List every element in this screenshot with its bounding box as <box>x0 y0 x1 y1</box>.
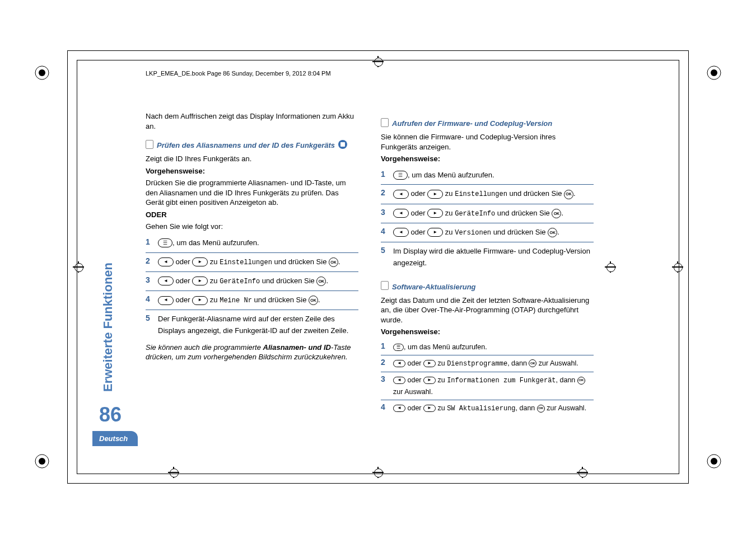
registration-mark <box>706 453 722 470</box>
section-subtext: Zeigt das Datum und die Zeit der letzten… <box>381 296 594 325</box>
left-arrow-icon <box>393 360 405 367</box>
step-number: 3 <box>381 208 388 217</box>
step-number: 2 <box>381 358 388 367</box>
info-badge-icon <box>338 140 347 149</box>
step-number: 1 <box>381 341 388 350</box>
or-label: ODER <box>146 210 358 220</box>
menu-button-icon: ☰ <box>158 238 172 247</box>
step-number: 5 <box>146 313 152 322</box>
left-arrow-icon <box>393 190 409 199</box>
ok-button-icon: OK <box>552 209 561 218</box>
section-subtext: Zeigt die ID Ihres Funkgeräts an. <box>146 154 358 164</box>
procedure-label: Vorgehensweise: <box>146 166 358 176</box>
svg-point-7 <box>711 458 717 465</box>
section-heading: Software-Aktualisierung <box>392 283 476 291</box>
procedure-alt: Gehen Sie wie folgt vor: <box>146 222 358 232</box>
ok-button-icon: OK <box>529 359 536 367</box>
registration-mark <box>34 453 50 470</box>
procedure-text: Drücken Sie die programmierte Aliasnamen… <box>146 178 358 208</box>
step-item: 1 ☰, um das Menü aufzurufen. <box>381 339 594 355</box>
right-arrow-icon <box>192 277 208 285</box>
section-subtext: Sie können die Firmware- und Codeplug-Ve… <box>381 132 594 152</box>
right-arrow-icon <box>423 360 436 367</box>
svg-rect-8 <box>340 142 345 147</box>
ok-button-icon: OK <box>577 377 585 385</box>
step-item: 3 oder zu GeräteInfo und drücken Sie OK. <box>381 204 594 223</box>
ok-button-icon: OK <box>309 296 318 305</box>
left-arrow-icon <box>158 296 174 305</box>
svg-point-5 <box>39 458 45 465</box>
ok-button-icon: OK <box>548 228 557 237</box>
left-arrow-icon <box>158 277 174 285</box>
procedure-label: Vorgehensweise: <box>381 154 594 164</box>
step-number: 4 <box>381 227 388 236</box>
section-heading: Prüfen des Aliasnamens und der ID des Fu… <box>157 141 335 149</box>
step-number: 2 <box>381 188 388 197</box>
step-item: 2 oder zu Dienstprogramme, dann OK zur A… <box>381 355 594 372</box>
step-item: 3 oder zu Informationen zum Funkgerät, d… <box>381 372 594 400</box>
svg-point-1 <box>39 69 45 76</box>
right-column: Aufrufen der Firmware- und Codeplug-Vers… <box>381 109 594 419</box>
note-text: Sie können auch die programmierte Aliasn… <box>146 343 358 362</box>
ok-button-icon: OK <box>537 405 545 413</box>
ok-button-icon: OK <box>316 277 326 286</box>
right-arrow-icon <box>427 190 443 199</box>
doc-icon <box>146 140 153 149</box>
menu-button-icon: ☰ <box>393 171 408 180</box>
left-arrow-icon <box>393 209 409 218</box>
step-item: 2 oder zu Einstellungen und drücken Sie … <box>381 185 594 204</box>
step-number: 1 <box>146 237 152 246</box>
step-item: 5 Der Funkgerät-Aliasname wird auf der e… <box>146 310 358 340</box>
registration-mark <box>706 64 722 81</box>
steps-list: 1 ☰, um das Menü aufzurufen. 2 oder zu E… <box>146 234 358 340</box>
page-number: 86 <box>99 403 122 427</box>
step-number: 3 <box>146 275 152 284</box>
step-number: 4 <box>381 402 388 411</box>
left-arrow-icon <box>393 228 409 237</box>
right-arrow-icon <box>423 405 436 412</box>
ok-button-icon: OK <box>329 257 338 267</box>
right-arrow-icon <box>427 228 443 237</box>
registration-mark <box>34 64 50 81</box>
step-item: 4 oder zu SW Aktualisierung, dann OK zur… <box>381 400 594 416</box>
procedure-label: Vorgehensweise: <box>381 327 594 337</box>
doc-icon <box>381 281 389 290</box>
left-column: Nach dem Auffrischen zeigt das Display I… <box>146 109 358 419</box>
side-section-label: Erweiterte Funktionen <box>101 263 115 392</box>
step-item: 2 oder zu Einstellungen und drücken Sie … <box>146 253 358 272</box>
right-arrow-icon <box>423 377 436 384</box>
step-number: 4 <box>146 294 152 303</box>
intro-text: Nach dem Auffrischen zeigt das Display I… <box>146 111 358 131</box>
language-tab: Deutsch <box>92 431 138 446</box>
left-arrow-icon <box>393 405 405 412</box>
left-arrow-icon <box>158 257 174 266</box>
steps-list: 1 ☰, um das Menü aufzurufen. 2 oder zu E… <box>381 166 594 273</box>
step-number: 2 <box>146 256 152 265</box>
step-item: 1 ☰, um das Menü aufzurufen. <box>381 166 594 185</box>
left-arrow-icon <box>393 377 405 384</box>
step-number: 1 <box>381 170 388 179</box>
step-item: 4 oder zu Meine Nr und drücken Sie OK. <box>146 291 358 310</box>
step-number: 5 <box>381 246 388 255</box>
step-item: 5 Im Display wird die aktuelle Firmware-… <box>381 242 594 273</box>
svg-point-3 <box>711 69 717 76</box>
content-area: Nach dem Auffrischen zeigt das Display I… <box>146 109 594 419</box>
steps-list: 1 ☰, um das Menü aufzurufen. 2 oder zu D… <box>381 339 594 417</box>
ok-button-icon: OK <box>564 190 573 199</box>
right-arrow-icon <box>427 209 443 218</box>
right-arrow-icon <box>192 257 208 266</box>
step-item: 3 oder zu GeräteInfo und drücken Sie OK. <box>146 272 358 291</box>
step-number: 3 <box>381 374 388 383</box>
menu-button-icon: ☰ <box>393 344 404 351</box>
section-heading: Aufrufen der Firmware- und Codeplug-Vers… <box>392 119 552 128</box>
step-item: 4 oder zu Versionen und drücken Sie OK. <box>381 223 594 242</box>
step-item: 1 ☰, um das Menü aufzurufen. <box>146 234 358 253</box>
right-arrow-icon <box>192 296 208 305</box>
doc-icon <box>381 118 389 127</box>
page-header: LKP_EMEA_DE.book Page 86 Sunday, Decembe… <box>146 70 331 77</box>
